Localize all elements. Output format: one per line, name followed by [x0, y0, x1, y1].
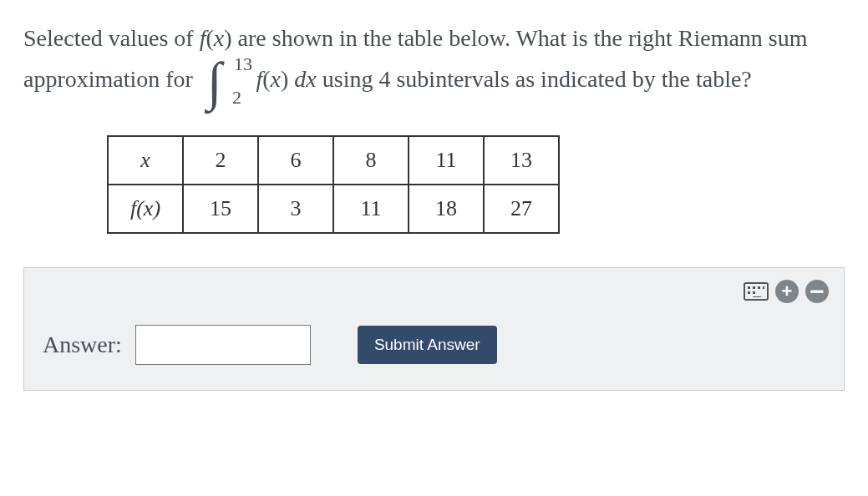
- f-cell: 3: [258, 185, 333, 233]
- integral: ∫ 13 2: [207, 58, 222, 106]
- toolbar-icons: + −: [744, 280, 829, 303]
- values-table: x 2 6 8 11 13 f(x) 15 3 11 18 27: [107, 135, 560, 234]
- keyboard-icon[interactable]: [744, 282, 769, 301]
- zoom-in-button[interactable]: +: [775, 280, 799, 303]
- f-cell: 18: [409, 185, 484, 233]
- question-text: Selected values of f(x) are shown in the…: [23, 20, 845, 105]
- q-fn: f: [200, 25, 206, 51]
- minus-icon: −: [810, 279, 825, 304]
- integral-sign-icon: ∫: [207, 58, 222, 106]
- integrand-fn: f: [256, 66, 262, 92]
- integrand-dvar: dx: [294, 66, 316, 92]
- table-row: f(x) 15 3 11 18 27: [108, 185, 559, 233]
- integrand-var: x: [271, 66, 281, 92]
- x-cell: 6: [258, 136, 333, 185]
- x-cell: 2: [183, 136, 258, 185]
- submit-answer-button[interactable]: Submit Answer: [358, 326, 497, 364]
- values-table-wrap: x 2 6 8 11 13 f(x) 15 3 11 18 27: [107, 135, 845, 234]
- f-cell: 15: [183, 185, 258, 233]
- q-var: x: [214, 25, 224, 51]
- integral-lower: 2: [232, 83, 241, 112]
- integral-upper: 13: [234, 49, 252, 78]
- answer-label: Answer:: [43, 332, 122, 358]
- x-cell: 8: [333, 136, 409, 185]
- q-part3: using 4 subintervals as indicated by the…: [322, 66, 752, 92]
- x-cell: 13: [484, 136, 559, 185]
- x-cell: 11: [409, 136, 484, 185]
- plus-icon: +: [782, 282, 793, 301]
- f-cell: 11: [333, 185, 409, 233]
- q-part1: Selected values of: [23, 25, 200, 51]
- f-cell: 27: [484, 185, 559, 233]
- answer-input[interactable]: [135, 325, 311, 365]
- x-label: x: [108, 136, 183, 185]
- table-row: x 2 6 8 11 13: [108, 136, 559, 185]
- zoom-out-button[interactable]: −: [805, 280, 829, 303]
- answer-panel: + − Answer: Submit Answer: [23, 267, 845, 391]
- f-label: f(x): [108, 185, 183, 233]
